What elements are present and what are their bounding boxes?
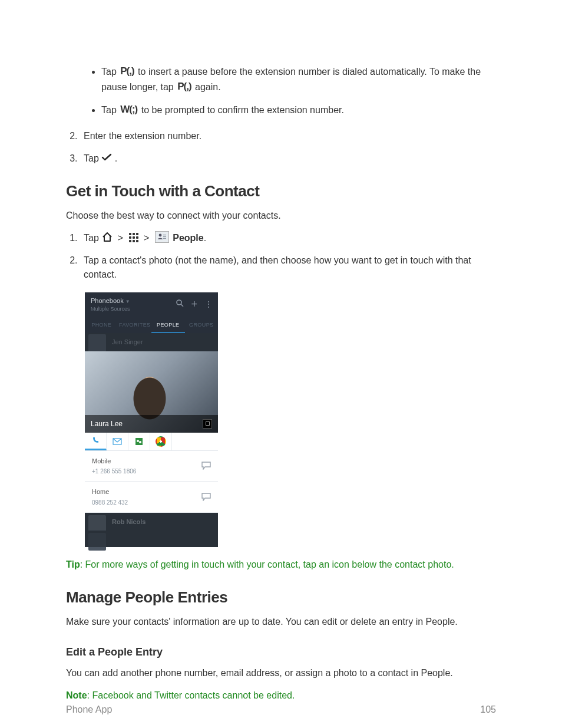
check-icon [101,153,112,162]
text: Tap [101,105,119,115]
text: to insert a pause before the extension n… [101,67,481,92]
number-row-mobile[interactable]: Mobile +1 266 555 1806 [85,451,218,482]
text: again. [195,82,221,92]
phonebook-title: Phonebook▼ [91,296,130,306]
number-label: Mobile [92,456,136,466]
wait-key-icon: W(;) [119,102,138,117]
tab-groups[interactable]: GROUPS [185,318,219,334]
note-text: : Facebook and Twitter contacts cannot b… [87,690,295,700]
network-badge-icon [203,419,212,429]
add-contact-icon[interactable]: + [191,297,197,312]
tip-paragraph: Tip: For more ways of getting in touch w… [66,558,496,572]
apps-grid-icon [129,233,138,242]
text: Tap [101,67,119,77]
tip-label: Tip [66,559,80,569]
step-open-people: Tap > > People. [80,231,496,245]
intro-manage-people: Make sure your contacts' information are… [66,615,496,629]
text: to be prompted to confirm the extension … [141,105,344,115]
tab-people[interactable]: PEOPLE [151,318,185,334]
dimmed-contact-row [85,531,218,547]
phone-tabs: PHONE FAVORITES PEOPLE GROUPS [85,318,218,334]
intro-get-in-touch: Choose the best way to connect with your… [66,209,496,223]
svg-line-5 [181,304,183,307]
footer-page-number: 105 [480,703,496,717]
message-icon[interactable] [201,462,211,470]
people-label: People [173,233,203,243]
chevron: > [116,233,128,243]
dimmed-contact-row: Rob Nicols [85,513,218,531]
dimmed-contact-row: Jen Singer [85,333,218,351]
message-icon[interactable] [201,493,211,501]
svg-rect-7 [135,438,143,445]
bullet-wait: Tap W(;) to be prompted to confirm the e… [101,103,496,118]
contact-photo[interactable]: Laura Lee [85,351,218,433]
pause-key-icon: P(,) [176,79,192,94]
call-icon[interactable] [85,433,107,450]
home-icon [101,232,113,242]
note-paragraph: Note: Facebook and Twitter contacts cann… [66,689,496,703]
step-tap-photo: Tap a contact's photo (not the name), an… [80,253,496,282]
number-value: +1 266 555 1806 [92,467,136,476]
text: . [115,153,117,163]
overflow-menu-icon[interactable]: ⋮ [204,298,212,311]
number-row-home[interactable]: Home 0988 252 432 [85,482,218,513]
step-enter-extension: Enter the extension number. [80,129,496,143]
phone-screenshot: Phonebook▼ Multiple Sources + ⋮ PHONE FA… [85,292,218,548]
svg-point-4 [177,300,181,305]
svg-rect-1 [163,235,166,235]
contact-card: Laura Lee [85,351,218,513]
page-footer: Phone App 105 [66,703,496,717]
heading-manage-people: Manage People Entries [66,586,496,609]
phonebook-subtitle: Multiple Sources [91,305,130,314]
step-tap-check: Tap . [80,151,496,166]
friendster-action-icon[interactable] [128,433,150,450]
svg-point-9 [139,441,141,443]
bullet-pause: Tap P(,) to insert a pause before the ex… [101,65,496,95]
svg-rect-2 [163,236,166,237]
tip-text: : For more ways of getting in touch with… [80,559,454,569]
text: Tap [84,233,101,243]
avatar [88,515,106,533]
tab-favorites[interactable]: FAVORITES [118,318,152,334]
svg-point-8 [137,440,139,442]
svg-rect-3 [163,238,166,239]
number-label: Home [92,487,128,497]
search-icon[interactable] [176,298,184,311]
avatar [88,533,106,551]
avatar [88,334,106,352]
tab-phone[interactable]: PHONE [85,318,118,334]
pause-key-icon: P(,) [119,64,135,79]
chrome-icon[interactable] [150,433,172,450]
subheading-edit-entry: Edit a People Entry [66,644,496,660]
footer-section: Phone App [66,703,112,717]
action-row [85,433,218,451]
heading-get-in-touch: Get in Touch with a Contact [66,180,496,203]
contact-card-name: Laura Lee [91,419,123,429]
email-icon[interactable] [107,433,128,450]
chevron: > [142,233,154,243]
intro-edit-entry: You can add another phone number, email … [66,666,496,680]
number-value: 0988 252 432 [92,498,128,507]
contact-name: Rob Nicols [112,518,146,525]
phone-header: Phonebook▼ Multiple Sources + ⋮ [85,292,218,318]
people-app-icon [155,231,169,243]
text: Tap [84,153,101,163]
contact-name: Jen Singer [112,338,143,345]
note-label: Note [66,690,87,700]
svg-point-0 [158,234,161,237]
text: . [204,233,206,243]
